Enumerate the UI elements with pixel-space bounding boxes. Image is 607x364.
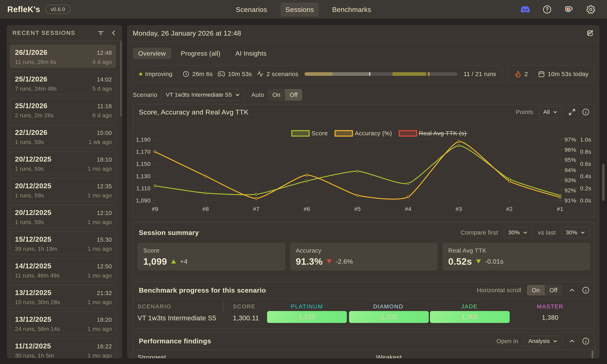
svg-text:0.0s: 0.0s [580,197,591,204]
today-time: 10m 53s today [538,71,589,78]
compare-first-select[interactable]: 30% [504,227,532,238]
benchmark-card: Benchmark progress for this scenario Hor… [133,282,595,329]
tab-overview[interactable]: Overview [133,48,171,59]
svg-text:#1: #1 [557,206,563,212]
version-badge: v0.6.0 [45,5,70,14]
session-title: Monday, 26 January 2026 at 12:48 [133,29,241,37]
session-date: 14/12/2025 [15,262,51,270]
help-icon[interactable] [543,5,552,14]
findings-scrollbar[interactable] [592,351,593,358]
hscroll-off-button[interactable]: Off [545,285,562,296]
session-item[interactable]: 25/1/202614:027 runs, 24m 48s5 d ago [10,71,116,95]
progress-segment [428,72,429,76]
session-item[interactable]: 15/12/202515:3039 runs, 1h 19m1 mo ago [10,232,116,255]
nav-scenarios[interactable]: Scenarios [231,3,272,17]
svg-text:0.4s: 0.4s [580,173,591,179]
vs-last-select[interactable]: 30% [561,227,590,238]
settings-icon[interactable] [586,5,595,14]
svg-text:0.6s: 0.6s [580,161,591,167]
page-scrollbar[interactable] [602,164,605,201]
summary-header: Session summary Compare first 30% vs las… [133,224,595,241]
chart-card-header: Score, Accuracy and Real Avg TTK Points … [133,104,595,120]
session-item[interactable]: 22/1/202615:001 runs, 59s1 wk ago [10,125,116,148]
session-time: 14:02 [97,76,112,83]
session-runs: 24 runs, 56m 14s [15,326,60,332]
session-item[interactable]: 11/12/202516:2230 runs, 1h 5m1 mo ago [10,338,116,358]
tier-bar: 1,120 [267,311,347,323]
scenario-select[interactable]: VT 1w3ts Intermediate S5 [161,89,245,101]
session-date: 20/12/2025 [15,182,51,190]
svg-text:#2: #2 [506,206,513,212]
nav-sessions[interactable]: Sessions [280,3,319,17]
auto-off-button[interactable]: Off [285,89,302,101]
stat-card-score: Score1,099+4 [138,243,285,270]
calendar-icon [538,71,545,78]
session-date: 13/12/2025 [15,288,51,297]
collapse-findings-icon[interactable] [568,337,576,345]
session-item[interactable]: 14/12/202512:5011 runs, 46m 49s1 mo ago [10,258,116,282]
kofi-icon[interactable] [565,5,573,14]
progress-segment [304,72,332,76]
session-item[interactable]: 20/12/202518:101 runs, 59s1 mo ago [10,152,116,175]
session-ago: 1 mo ago [88,326,112,332]
collapse-benchmark-icon[interactable] [568,286,576,294]
session-item[interactable]: 13/12/202518:2024 runs, 56m 14s1 mo ago [10,312,116,335]
svg-text:#5: #5 [354,206,361,212]
topbar-icons [521,0,595,19]
stat-card-accuracy: Accuracy91.3%-2.6% [290,243,438,270]
stat-delta: -2.6% [336,258,353,265]
session-item[interactable]: 20/12/202512:101 runs, 59s1 mo ago [10,205,116,228]
session-date: 25/1/2026 [15,75,47,83]
edit-note-icon[interactable] [586,29,594,37]
session-runs: 1 runs, 59s [15,166,44,172]
stat-card-real-avg-ttk: Real Avg TTK0.52s-0.01s [443,243,590,270]
chevron-down-icon [580,230,585,235]
collapse-sidebar-icon[interactable] [110,30,117,36]
session-ago: 1 mo ago [88,192,112,199]
stat-label: Accuracy [296,247,432,254]
session-ago: 1 wk ago [89,139,112,145]
session-item[interactable]: 25/1/202611:162 runs, 2m 28s6 d ago [10,98,116,121]
session-runs: 30 runs, 1h 5m [15,352,54,358]
benchmark-info-icon[interactable] [582,286,590,294]
session-ago: 6 d ago [92,112,112,119]
discord-icon[interactable] [521,5,530,14]
delta-up-icon [171,260,176,263]
nav-benchmarks[interactable]: Benchmarks [327,3,376,17]
tab-ai-insights[interactable]: AI Insights [230,48,272,59]
session-time: 12:35 [97,183,112,190]
stat-delta: -0.01s [485,258,503,265]
svg-text:0.2s: 0.2s [580,185,591,192]
auto-toggle: On Off [268,89,302,101]
session-runs: 1 runs, 59s [15,139,44,145]
open-in-select[interactable]: Analysis [524,336,562,347]
expand-chart-icon[interactable] [568,108,576,116]
session-ago: 4 d ago [92,59,112,65]
session-time: 11:16 [97,103,112,110]
session-date: 26/1/2026 [15,48,47,56]
auto-on-button[interactable]: On [268,89,285,101]
svg-text:1.0s: 1.0s [580,136,591,143]
sidebar-scrollbar[interactable] [120,41,122,117]
line-chart[interactable]: 1,0901,1101,1301,1501,1701,190#9#8#7#6#5… [133,120,595,217]
chart-info-icon[interactable] [582,108,590,116]
session-item[interactable]: 13/12/202521:3210 runs, 30m 28s1 mo ago [10,285,116,308]
session-runs: 11 runs, 26m 6s [15,59,56,65]
progress-segment [369,72,370,76]
session-date: 20/12/2025 [15,208,51,217]
hscroll-toggle: On Off [527,285,562,296]
hscroll-on-button[interactable]: On [527,285,545,296]
open-in-label: Open in [496,338,518,345]
session-item[interactable]: 20/12/202512:351 runs, 59s1 mo ago [10,178,116,201]
runs-progress-bar [304,72,458,76]
session-time: 15:30 [97,236,112,243]
points-select[interactable]: All [539,106,562,117]
play-time: 10m 53s [218,70,252,78]
scenario-label: Scenario [133,91,158,98]
filter-icon[interactable] [97,29,105,37]
chart-card: Score, Accuracy and Real Avg TTK Points … [133,104,595,217]
findings-info-icon[interactable] [582,337,590,345]
session-time: 18:10 [97,156,112,163]
tab-progress-all-[interactable]: Progress (all) [175,48,226,59]
session-item[interactable]: 26/1/202612:4811 runs, 26m 6s4 d ago [10,45,116,68]
